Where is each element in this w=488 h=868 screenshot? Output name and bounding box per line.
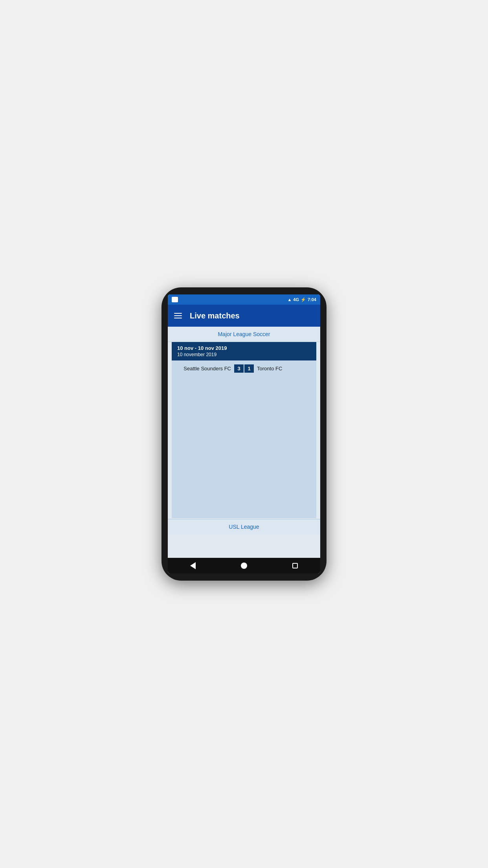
back-icon <box>190 562 196 569</box>
signal-label: 4G <box>293 297 299 302</box>
content-area: Major League Soccer 10 nov - 10 nov 2019… <box>168 327 320 558</box>
home-score: 3 <box>234 364 244 373</box>
match-row[interactable]: Seattle Sounders FC 3 1 Toronto FC <box>172 360 316 377</box>
nav-recent-button[interactable] <box>292 563 298 568</box>
nav-back-button[interactable] <box>190 562 196 569</box>
home-icon <box>241 563 247 569</box>
home-team: Seattle Sounders FC <box>177 366 231 371</box>
league-section-usl: USL League <box>168 519 320 534</box>
status-right: ▲ 4G ⚡ 7:04 <box>287 297 316 302</box>
match-group: 10 nov - 10 nov 2019 10 november 2019 Se… <box>172 342 316 518</box>
recent-icon <box>292 563 298 568</box>
match-date-range: 10 nov - 10 nov 2019 <box>177 345 311 351</box>
page-title: Live matches <box>190 311 240 320</box>
league-section-mls: Major League Soccer 10 nov - 10 nov 2019… <box>168 327 320 518</box>
score-container: 3 1 <box>234 364 254 373</box>
league-name-usl: USL League <box>229 524 259 530</box>
nav-bar <box>168 558 320 574</box>
app-bar: Live matches <box>168 305 320 327</box>
phone-screen: ▲ 4G ⚡ 7:04 Live matches Major League So… <box>168 294 320 574</box>
hamburger-line-3 <box>174 318 182 318</box>
league-header-mls: Major League Soccer <box>168 327 320 342</box>
match-date-full: 10 november 2019 <box>177 352 311 357</box>
hamburger-line-2 <box>174 315 182 316</box>
status-bar: ▲ 4G ⚡ 7:04 <box>168 294 320 305</box>
nav-home-button[interactable] <box>241 563 247 569</box>
menu-button[interactable] <box>174 313 182 318</box>
sim-icon <box>172 297 178 302</box>
match-date-header: 10 nov - 10 nov 2019 10 november 2019 <box>172 342 316 360</box>
hamburger-line-1 <box>174 313 182 314</box>
battery-icon: ⚡ <box>301 297 306 302</box>
phone-device: ▲ 4G ⚡ 7:04 Live matches Major League So… <box>161 287 327 581</box>
away-score: 1 <box>244 364 254 373</box>
league-name-mls: Major League Soccer <box>218 331 270 337</box>
status-left <box>172 297 178 302</box>
empty-content <box>172 377 316 518</box>
time-label: 7:04 <box>308 297 316 302</box>
signal-icon: ▲ <box>287 297 292 302</box>
away-team: Toronto FC <box>257 366 311 371</box>
